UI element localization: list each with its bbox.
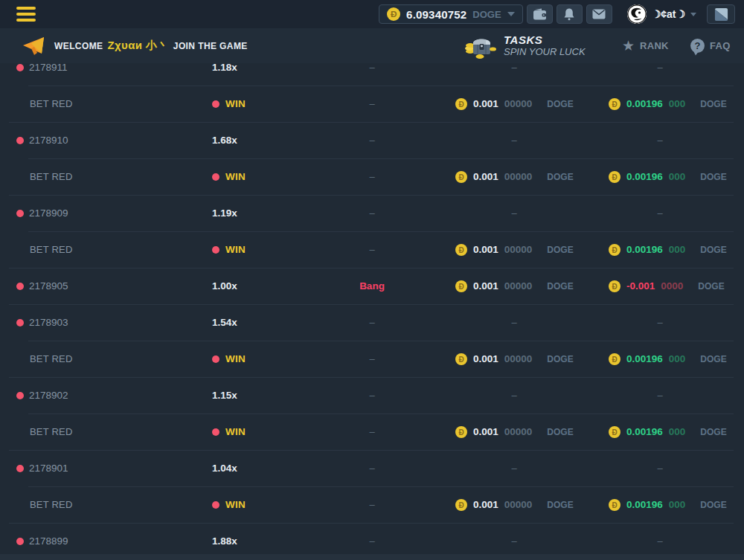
cell-status: – [307, 390, 437, 401]
faq-link[interactable]: ? FAQ [690, 28, 731, 63]
amount-currency: DOGE [547, 354, 573, 364]
cell-profit-amount: – [591, 207, 729, 219]
amount-currency: DOGE [547, 500, 573, 510]
messages-button[interactable] [586, 4, 612, 24]
wallet-button[interactable] [527, 4, 553, 24]
amount-currency: DOGE [547, 281, 573, 292]
balance-selector[interactable]: Đ 6.09340752 DOGE [379, 4, 523, 24]
cell-status: – [307, 463, 437, 474]
bang-row[interactable]: 21789051.00xBangĐ0.00100000DOGEĐ-0.00100… [0, 268, 744, 304]
cell-status: Bang [307, 280, 437, 292]
amount-trailing-zeros: 000 [669, 98, 686, 109]
cell-profit-amount: Đ0.00196000DOGE [591, 499, 729, 511]
svg-text:Đ: Đ [459, 245, 464, 254]
bet-type-label: BET RED [30, 98, 73, 109]
chat-toggle-icon [714, 7, 728, 22]
red-dot [212, 428, 219, 436]
cell-status: – [307, 62, 437, 73]
amount-trailing-zeros: 00000 [504, 244, 533, 255]
amount-currency: DOGE [700, 172, 726, 182]
doge-coin-icon: Đ [455, 98, 467, 110]
cell-profit-amount: Đ0.00196000DOGE [591, 171, 729, 183]
cell-status: – [307, 535, 437, 547]
empty-dash: – [511, 535, 516, 547]
red-dot [212, 246, 219, 254]
cell-bet-amount: Đ0.00100000DOGE [437, 353, 591, 365]
red-dot [212, 355, 219, 363]
rank-link[interactable]: ★ RANK [622, 28, 669, 63]
svg-text:Đ: Đ [459, 282, 464, 290]
cell-result: WIN [195, 171, 307, 182]
red-dot [16, 538, 24, 545]
amount-trailing-zeros: 000 [669, 171, 686, 182]
amount-significant: 0.00196 [626, 171, 663, 182]
cell-result: 1.54x [195, 317, 307, 328]
cell-result: 1.88x [195, 535, 307, 547]
game-row[interactable]: 21789021.15x––– [0, 377, 744, 413]
red-dot [16, 319, 24, 326]
welcome-username: Ζχυαи 小丶 [107, 39, 168, 53]
cell-status: – [307, 98, 437, 109]
game-row[interactable]: 21789091.19x––– [0, 195, 744, 231]
bet-row[interactable]: BET REDWIN–Đ0.00100000DOGEĐ0.00196000DOG… [0, 86, 744, 122]
question-icon: ? [690, 39, 705, 53]
game-row[interactable]: 21789101.68x––– [0, 122, 744, 158]
cell-profit-amount: Đ0.00196000DOGE [591, 353, 729, 365]
amount-currency: DOGE [700, 245, 726, 255]
multiplier-value: 1.15x [212, 390, 237, 401]
menu-icon[interactable] [16, 7, 36, 22]
welcome-message: WELCOME Ζχυαи 小丶 JOIN THE GAME [22, 28, 248, 63]
amount-currency: DOGE [700, 427, 726, 437]
cell-result: WIN [195, 499, 307, 510]
empty-dash: – [369, 62, 374, 73]
cell-profit-amount: Đ0.00196000DOGE [591, 244, 729, 256]
cell-bet-amount: – [437, 135, 591, 146]
amount-trailing-zeros: 00000 [504, 171, 533, 182]
cell-status: – [307, 207, 437, 219]
empty-dash: – [657, 463, 662, 474]
bet-row[interactable]: BET REDWIN–Đ0.00100000DOGEĐ0.00196000DOG… [0, 231, 744, 268]
red-dot [16, 64, 24, 71]
cell-status: – [307, 353, 437, 364]
cell-bet-amount: Đ0.00100000DOGE [437, 499, 591, 511]
cell-profit-amount: Đ-0.0010000DOGE [591, 280, 729, 292]
user-menu[interactable]: ☽¢at☽ [627, 4, 696, 24]
amount-significant: 0.001 [473, 280, 498, 292]
chat-toggle-button[interactable] [707, 4, 735, 24]
amount-trailing-zeros: 00000 [504, 499, 533, 510]
cell-identity: BET RED [0, 353, 195, 364]
bet-row[interactable]: BET REDWIN–Đ0.00100000DOGEĐ0.00196000DOG… [0, 158, 744, 195]
tasks-banner[interactable]: TASKS SPIN YOUR LUCK [464, 28, 586, 63]
bet-type-label: BET RED [30, 426, 73, 437]
cell-identity: BET RED [0, 426, 195, 437]
balance-currency: DOGE [472, 9, 501, 20]
svg-text:Đ: Đ [459, 173, 464, 181]
bet-row[interactable]: BET REDWIN–Đ0.00100000DOGEĐ0.00196000DOG… [0, 341, 744, 377]
cell-identity: 2178902 [0, 390, 195, 401]
notifications-button[interactable] [557, 4, 583, 24]
doge-coin-icon: Đ [609, 98, 620, 110]
game-row[interactable]: 21789011.04x––– [0, 450, 744, 486]
amount-significant: 0.00196 [626, 98, 663, 109]
cell-identity: 2178910 [0, 135, 195, 146]
amount-significant: 0.001 [473, 499, 498, 510]
cell-identity: 2178905 [0, 280, 195, 292]
empty-dash: – [369, 426, 374, 437]
cell-bet-amount: – [437, 390, 591, 401]
multiplier-value: 1.54x [212, 317, 237, 328]
game-row[interactable]: 21789031.54x––– [0, 304, 744, 341]
cell-bet-amount: Đ0.00100000DOGE [437, 280, 591, 292]
empty-dash: – [657, 62, 662, 73]
red-dot [212, 501, 219, 509]
top-bar: Đ 6.09340752 DOGE ☽¢at☽ [0, 0, 744, 28]
cell-result: 1.04x [195, 463, 307, 474]
cell-bet-amount: – [437, 317, 591, 328]
empty-dash: – [369, 317, 374, 328]
bet-row[interactable]: BET REDWIN–Đ0.00100000DOGEĐ0.00196000DOG… [0, 486, 744, 523]
tasks-title: TASKS [504, 33, 586, 46]
cell-identity: 2178911 [0, 62, 195, 73]
svg-text:Đ: Đ [612, 173, 618, 181]
empty-dash: – [657, 135, 662, 146]
bet-row[interactable]: BET REDWIN–Đ0.00100000DOGEĐ0.00196000DOG… [0, 413, 744, 450]
svg-text:Đ: Đ [612, 428, 618, 436]
